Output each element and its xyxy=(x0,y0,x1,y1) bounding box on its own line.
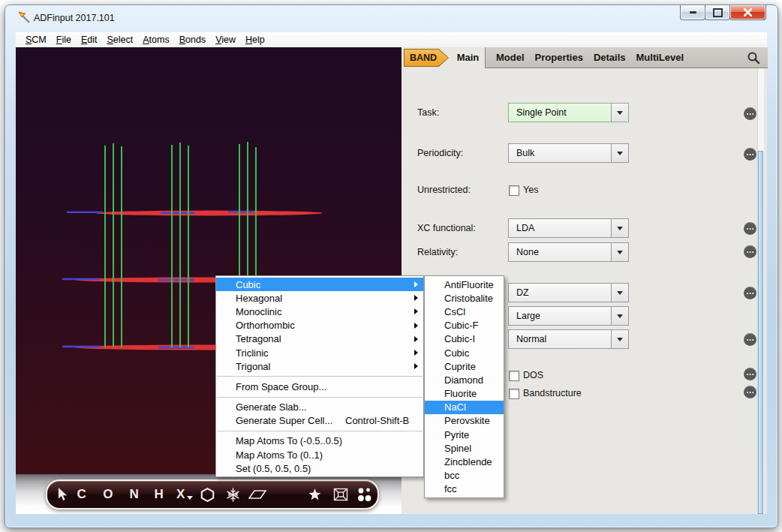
menu-item-orthorhombic[interactable]: Orthorhombic xyxy=(216,319,423,332)
menu-scm[interactable]: SCM xyxy=(26,35,47,45)
xc-functional-dropdown[interactable]: LDA xyxy=(508,218,629,238)
submenu-item-cubic-i[interactable]: Cubic-I xyxy=(425,332,504,346)
menu-item-triclinic[interactable]: Triclinic xyxy=(216,346,423,359)
nitrogen-tool-button[interactable]: N xyxy=(125,481,143,508)
bandstructure-options-button[interactable] xyxy=(744,386,756,398)
relativity-options-button[interactable] xyxy=(744,245,756,258)
menu-item-generate-super-cell[interactable]: Generate Super Cell... Control-Shift-B xyxy=(216,414,423,428)
close-button[interactable] xyxy=(729,5,766,20)
periodicity-dropdown[interactable]: Bulk xyxy=(508,143,629,163)
basis-set-value: DZ xyxy=(516,287,529,298)
accuracy-dropdown-button[interactable] xyxy=(611,330,628,348)
dos-options-button[interactable] xyxy=(744,368,756,380)
menu-item-from-space-group[interactable]: From Space Group... xyxy=(216,380,423,393)
submenu-item-antifluorite[interactable]: AntiFluorite xyxy=(425,278,504,291)
element-x-tool-button[interactable]: X xyxy=(172,481,190,508)
submenu-item-cubic-f[interactable]: Cubic-F xyxy=(425,319,504,332)
submenu-item-cscl[interactable]: CsCl xyxy=(425,305,504,318)
dropdown-arrow-icon xyxy=(617,338,623,341)
submenu-item-pyrite[interactable]: Pyrite xyxy=(425,428,504,441)
menu-select[interactable]: Select xyxy=(107,35,134,45)
menu-item-label: From Space Group... xyxy=(236,381,326,392)
ellipsis-icon xyxy=(747,228,748,230)
band-tab[interactable]: BAND xyxy=(404,49,449,67)
crystal-tool-button[interactable] xyxy=(223,481,242,508)
unrestricted-checkbox[interactable] xyxy=(509,185,519,196)
task-dropdown[interactable]: Single Point xyxy=(508,103,629,122)
menu-item-tetragonal[interactable]: Tetragonal xyxy=(216,332,423,346)
dos-checkbox[interactable] xyxy=(509,371,519,381)
submenu-item-zincblende[interactable]: Zincblende xyxy=(425,455,504,468)
carbon-tool-button[interactable]: C xyxy=(73,481,91,508)
xc-dropdown-button[interactable] xyxy=(611,219,628,237)
periodicity-options-button[interactable] xyxy=(744,148,756,161)
submenu-item-cristobalite[interactable]: Cristobalite xyxy=(425,291,504,305)
favorite-tool-button[interactable] xyxy=(305,481,324,508)
submenu-item-fluorite[interactable]: Fluorite xyxy=(425,387,504,401)
dot-grid-tool-button[interactable] xyxy=(353,481,375,508)
menu-bonds[interactable]: Bonds xyxy=(179,35,206,45)
menu-file[interactable]: File xyxy=(56,35,71,45)
periodicity-dropdown-button[interactable] xyxy=(611,144,628,162)
bandstructure-checkbox[interactable] xyxy=(509,389,519,399)
submenu-item-label: NaCl xyxy=(444,401,466,413)
ellipsis-icon xyxy=(747,374,748,375)
maximize-button[interactable] xyxy=(705,5,730,20)
menu-item-monoclinic[interactable]: Monoclinic xyxy=(216,305,423,318)
ring-tool-button[interactable] xyxy=(197,481,217,508)
basis-dropdown-button[interactable] xyxy=(611,284,628,302)
submenu-item-bcc[interactable]: bcc xyxy=(425,469,504,482)
search-button[interactable] xyxy=(745,50,762,66)
panel-scrollbar[interactable] xyxy=(757,68,764,514)
task-dropdown-button[interactable] xyxy=(611,104,628,122)
title-bar[interactable]: ADFinput 2017.101 xyxy=(5,5,777,31)
band-tab-label: BAND xyxy=(410,53,437,63)
ellipsis-icon xyxy=(747,154,748,155)
tab-multilevel[interactable]: MultiLevel xyxy=(636,52,684,63)
periodicity-label: Periodicity: xyxy=(417,148,463,158)
plane-tool-button[interactable] xyxy=(247,481,268,508)
hydrogen-tool-button[interactable]: H xyxy=(150,481,168,508)
menu-atoms[interactable]: Atoms xyxy=(143,35,169,45)
submenu-item-perovskite[interactable]: Perovskite xyxy=(425,414,504,428)
menu-item-label: Monoclinic xyxy=(236,306,281,317)
minimize-button[interactable] xyxy=(680,5,705,20)
submenu-item-label: Spinel xyxy=(444,443,471,454)
menu-item-trigonal[interactable]: Trigonal xyxy=(216,359,423,373)
submenu-item-spinel[interactable]: Spinel xyxy=(425,441,504,455)
task-options-button[interactable] xyxy=(744,107,756,120)
relativity-dropdown[interactable]: None xyxy=(508,242,629,262)
tab-main[interactable]: Main xyxy=(451,47,485,68)
menu-item-map-atoms-unit[interactable]: Map Atoms To (0..1) xyxy=(216,448,423,461)
oxygen-tool-button[interactable]: O xyxy=(99,481,117,508)
frozen-core-dropdown[interactable]: Large xyxy=(508,306,629,326)
submenu-arrow-icon xyxy=(414,295,418,301)
menu-item-generate-slab[interactable]: Generate Slab... xyxy=(216,401,423,414)
submenu-item-nacl[interactable]: NaCl xyxy=(425,401,504,414)
scrollbar-thumb[interactable] xyxy=(758,151,763,514)
accuracy-dropdown[interactable]: Normal xyxy=(508,329,629,349)
accuracy-options-button[interactable] xyxy=(744,333,756,346)
submenu-item-cubic[interactable]: Cubic xyxy=(425,346,504,359)
basis-set-dropdown[interactable]: DZ xyxy=(508,283,629,302)
submenu-item-fcc[interactable]: fcc xyxy=(425,482,504,496)
cell-tool-button[interactable] xyxy=(331,481,350,508)
menu-view[interactable]: View xyxy=(215,35,236,45)
pointer-tool-button[interactable] xyxy=(53,481,71,508)
xc-options-button[interactable] xyxy=(744,222,756,235)
relativity-dropdown-button[interactable] xyxy=(611,243,628,261)
menu-item-set-center[interactable]: Set (0.5, 0.5, 0.5) xyxy=(216,461,423,475)
menu-item-hexagonal[interactable]: Hexagonal xyxy=(216,291,423,305)
menu-edit[interactable]: Edit xyxy=(81,35,98,45)
basis-options-button[interactable] xyxy=(744,287,756,299)
submenu-item-cuprite[interactable]: Cuprite xyxy=(425,359,504,373)
cursor-arrow-icon xyxy=(57,488,68,501)
tab-properties[interactable]: Properties xyxy=(535,52,583,63)
menu-help[interactable]: Help xyxy=(245,35,265,45)
tab-model[interactable]: Model xyxy=(496,52,525,63)
submenu-item-diamond[interactable]: Diamond xyxy=(425,373,504,386)
core-dropdown-button[interactable] xyxy=(611,307,628,325)
tab-details[interactable]: Details xyxy=(594,52,626,63)
menu-item-cubic[interactable]: Cubic xyxy=(216,278,423,291)
menu-item-map-atoms-half[interactable]: Map Atoms To (-0.5..0.5) xyxy=(216,434,423,448)
